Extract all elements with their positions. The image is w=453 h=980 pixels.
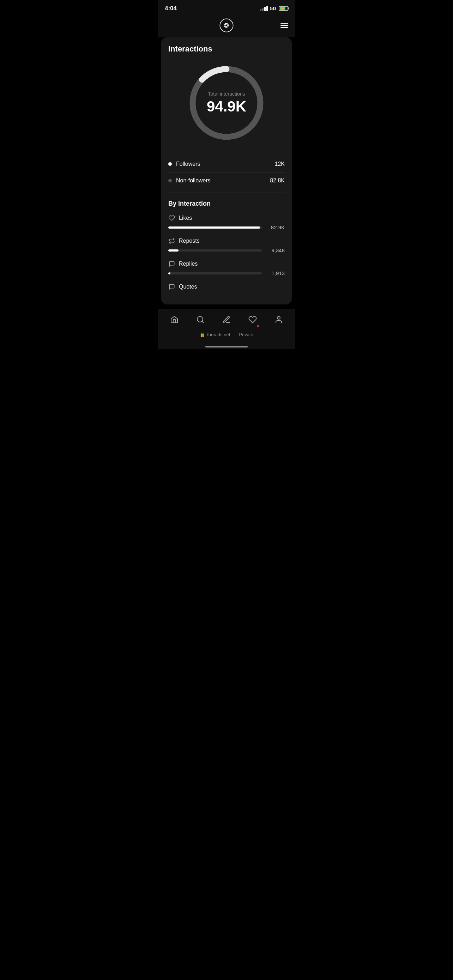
battery-icon: ⚡ — [279, 6, 288, 11]
status-icons: 5G ⚡ — [260, 6, 288, 11]
nonfollowers-count: 82.8K — [270, 177, 285, 184]
quote-icon — [168, 283, 175, 290]
home-bar — [205, 346, 248, 347]
followers-count: 12K — [275, 161, 285, 167]
network-label: 5G — [270, 6, 277, 11]
reposts-bar-track — [168, 250, 262, 251]
quotes-label: Quotes — [179, 284, 197, 290]
svg-point-1 — [225, 24, 227, 27]
footer: 🔒 threads.net — Private — [158, 330, 295, 343]
interaction-likes: Likes 82.9K — [168, 215, 285, 231]
threads-logo — [219, 18, 234, 32]
donut-value: 94.9K — [207, 98, 246, 115]
menu-button[interactable] — [280, 23, 288, 28]
svg-line-6 — [202, 321, 203, 323]
replies-label: Replies — [179, 261, 197, 267]
likes-bar-track — [168, 226, 262, 229]
reposts-bar-fill — [168, 250, 178, 251]
menu-line-3 — [280, 27, 288, 28]
interaction-reposts: Reposts 9,348 — [168, 237, 285, 253]
nav-post[interactable] — [216, 313, 237, 326]
legend-followers: Followers 12K — [168, 156, 285, 172]
legend-nonfollowers: Non-followers 82.8K — [168, 172, 285, 189]
status-time: 4:04 — [165, 5, 177, 12]
likes-count: 82.9K — [265, 224, 285, 231]
nav-home[interactable] — [164, 313, 184, 326]
nonfollowers-dot — [168, 179, 172, 182]
replies-bar-fill — [168, 272, 170, 274]
by-interaction-title: By interaction — [168, 200, 285, 207]
status-bar: 4:04 5G ⚡ — [158, 0, 295, 15]
footer-privacy: Private — [239, 332, 253, 337]
post-icon — [222, 315, 231, 324]
search-icon — [196, 315, 205, 324]
interaction-quotes: Quotes — [168, 283, 285, 290]
nav-profile[interactable] — [269, 313, 289, 326]
followers-dot — [168, 162, 172, 166]
activity-notification-dot — [257, 325, 259, 327]
app-header — [158, 15, 295, 37]
likes-label: Likes — [179, 215, 192, 221]
donut-label: Total interactions — [207, 91, 246, 97]
footer-separator: — — [232, 332, 237, 337]
home-indicator — [158, 343, 295, 349]
donut-center: Total interactions 94.9K — [207, 91, 246, 115]
bottom-nav — [158, 309, 295, 330]
signal-icon — [260, 6, 268, 11]
section-title: Interactions — [168, 45, 285, 54]
menu-line-2 — [280, 25, 288, 26]
nonfollowers-label: Non-followers — [176, 177, 211, 184]
likes-bar-fill — [168, 226, 260, 229]
reply-icon — [168, 260, 175, 267]
svg-point-7 — [277, 317, 280, 319]
home-icon — [170, 315, 179, 324]
activity-heart-icon — [248, 315, 257, 324]
reposts-label: Reposts — [179, 238, 200, 244]
svg-point-0 — [220, 19, 233, 32]
donut-chart: Total interactions 94.9K — [168, 60, 285, 145]
replies-count: 1,913 — [265, 270, 285, 276]
section-divider — [168, 192, 285, 193]
nav-search[interactable] — [190, 313, 211, 326]
lock-icon: 🔒 — [200, 332, 205, 337]
menu-line-1 — [280, 23, 288, 24]
followers-label: Followers — [176, 161, 200, 167]
replies-bar-track — [168, 272, 262, 274]
interactions-card: Interactions Total interactions 94.9K Fo… — [161, 37, 292, 304]
interaction-replies: Replies 1,913 — [168, 260, 285, 276]
heart-icon — [168, 215, 175, 221]
footer-domain: threads.net — [207, 332, 230, 337]
nav-activity[interactable] — [242, 313, 263, 326]
repost-icon — [168, 237, 175, 245]
reposts-count: 9,348 — [265, 247, 285, 253]
person-icon — [274, 315, 283, 324]
